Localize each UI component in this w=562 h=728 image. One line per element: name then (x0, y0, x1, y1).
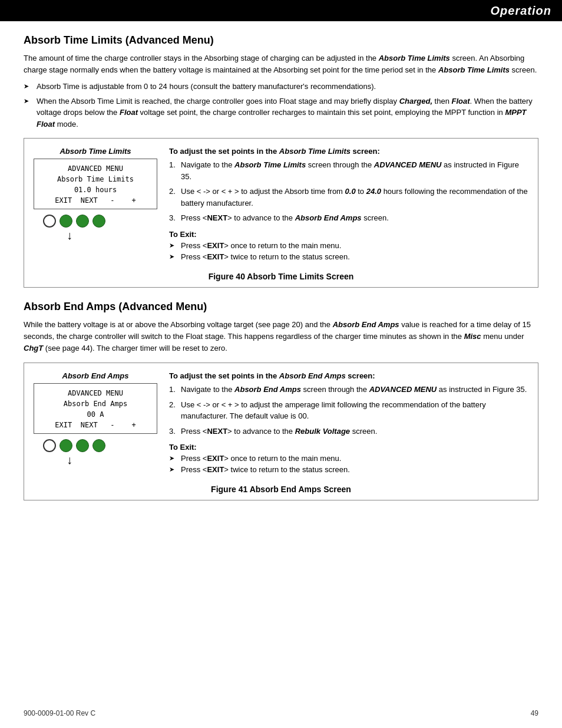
led-green-3 (92, 215, 105, 228)
lcd1-line3: 01.0 hours (40, 185, 151, 195)
lcd2-line4: EXIT NEXT - + (40, 420, 151, 430)
led-row-2 (34, 439, 157, 452)
screen1-label: Absorb Time Limits (34, 147, 157, 156)
footer-right: 49 (531, 709, 538, 717)
exit2-item2: Press <EXIT> twice to return to the stat… (169, 465, 528, 474)
figure41-caption: Figure 41 Absorb End Amps Screen (34, 485, 528, 494)
instr2-title: To adjust the set points in the Absorb E… (169, 371, 528, 380)
figure40-caption: Figure 40 Absorb Time Limits Screen (34, 272, 528, 281)
led-empty-2 (43, 439, 56, 452)
bullet-item: Absorb Time is adjustable from 0 to 24 h… (24, 81, 538, 93)
footer-left: 900-0009-01-00 Rev C (24, 709, 95, 717)
instr2-item1: Navigate to the Absorb End Amps screen t… (169, 384, 528, 396)
exit2-item1: Press <EXIT> once to return to the main … (169, 454, 528, 463)
led-empty-1 (43, 215, 56, 228)
led-green-6 (92, 439, 105, 452)
led-row-1 (34, 215, 157, 228)
lcd2-line1: ADVANCED MENU (40, 388, 151, 398)
exit1-list: Press <EXIT> once to return to the main … (169, 241, 528, 261)
exit2-title: To Exit: (169, 443, 528, 452)
figure41-inner: Absorb End Amps ADVANCED MENU Absorb End… (34, 371, 528, 476)
led-green-2 (76, 215, 89, 228)
instr1-title: To adjust the set points in the Absorb T… (169, 147, 528, 156)
lcd1-line1: ADVANCED MENU (40, 163, 151, 174)
instr2-list: Navigate to the Absorb End Amps screen t… (169, 384, 528, 437)
section2: Absorb End Amps (Advanced Menu) While th… (24, 301, 538, 500)
led-green-5 (76, 439, 89, 452)
instr2-item3: Press <NEXT> to advance to the Rebulk Vo… (169, 426, 528, 437)
instr1-item2: Use < -> or < + > to adjust the Absorb t… (169, 186, 528, 209)
section1-bullets: Absorb Time is adjustable from 0 to 24 h… (24, 81, 538, 130)
section2-body1: While the battery voltage is at or above… (24, 319, 538, 354)
exit1-item2: Press <EXIT> twice to return to the stat… (169, 252, 528, 261)
instructions-panel-2: To adjust the set points in the Absorb E… (169, 371, 528, 476)
instr1-item3: Press <NEXT> to advance to the Absorb En… (169, 212, 528, 224)
section2-heading: Absorb End Amps (Advanced Menu) (24, 301, 538, 313)
figure40-box: Absorb Time Limits ADVANCED MENU Absorb … (24, 138, 538, 288)
instr1-list: Navigate to the Absorb Time Limits scree… (169, 159, 528, 224)
lcd2-line2: Absorb End Amps (40, 398, 151, 409)
screen-panel-2: Absorb End Amps ADVANCED MENU Absorb End… (34, 371, 157, 476)
lcd2-line3: 00 A (40, 409, 151, 420)
led-green-1 (59, 215, 72, 228)
instructions-panel-1: To adjust the set points in the Absorb T… (169, 147, 528, 263)
lcd1-line2: Absorb Time Limits (40, 174, 151, 185)
lcd1-line4: EXIT NEXT - + (40, 195, 151, 206)
exit2-list: Press <EXIT> once to return to the main … (169, 454, 528, 474)
screen2-label: Absorb End Amps (34, 371, 157, 380)
arrow-down-2: ↓ (67, 453, 157, 467)
header-bar: Operation (0, 0, 562, 21)
figure41-box: Absorb End Amps ADVANCED MENU Absorb End… (24, 363, 538, 500)
exit1-title: To Exit: (169, 230, 528, 239)
header-title: Operation (491, 4, 551, 18)
instr2-item2: Use < -> or < + > to adjust the amperage… (169, 399, 528, 422)
instr1-item1: Navigate to the Absorb Time Limits scree… (169, 159, 528, 182)
section1-body1: The amount of time the charge controller… (24, 52, 538, 76)
led-green-4 (59, 439, 72, 452)
section1-heading: Absorb Time Limits (Advanced Menu) (24, 34, 538, 47)
section1: Absorb Time Limits (Advanced Menu) The a… (24, 34, 538, 288)
arrow-down-1: ↓ (67, 229, 157, 242)
screen-panel-1: Absorb Time Limits ADVANCED MENU Absorb … (34, 147, 157, 263)
bullet-item: When the Absorb Time Limit is reached, t… (24, 95, 538, 130)
exit1-item1: Press <EXIT> once to return to the main … (169, 241, 528, 250)
lcd2: ADVANCED MENU Absorb End Amps 00 A EXIT … (34, 383, 157, 434)
footer: 900-0009-01-00 Rev C 49 (24, 709, 538, 717)
figure40-inner: Absorb Time Limits ADVANCED MENU Absorb … (34, 147, 528, 263)
lcd1: ADVANCED MENU Absorb Time Limits 01.0 ho… (34, 159, 157, 209)
main-content: Absorb Time Limits (Advanced Menu) The a… (0, 21, 562, 517)
